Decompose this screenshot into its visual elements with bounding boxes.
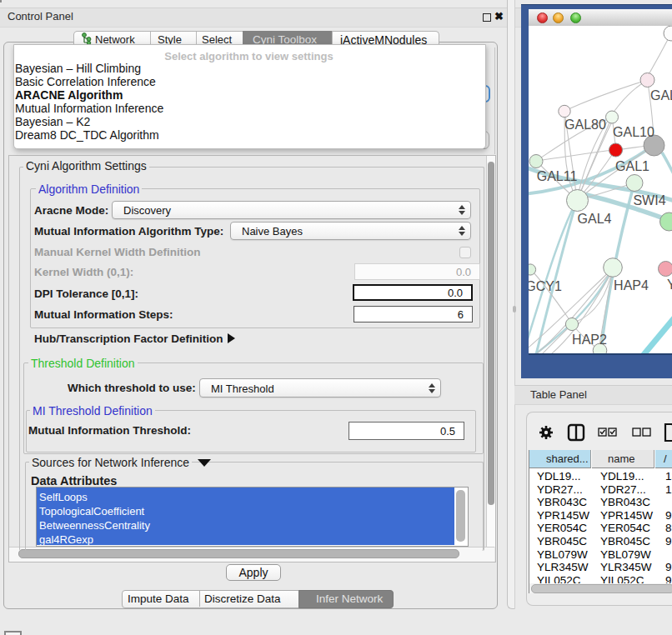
svg-text:GAL1: GAL1 — [615, 159, 649, 173]
svg-text:GAL10: GAL10 — [613, 125, 654, 139]
svg-text:YM: YM — [667, 278, 672, 292]
svg-text:GAL80: GAL80 — [564, 118, 606, 132]
svg-text:GAL7: GAL7 — [650, 88, 672, 102]
svg-text:HAP4: HAP4 — [614, 278, 649, 292]
svg-text:SWI4: SWI4 — [633, 193, 665, 208]
svg-text:GAL11: GAL11 — [537, 169, 578, 183]
svg-text:GAL4: GAL4 — [578, 212, 612, 226]
svg-text:GCY1: GCY1 — [529, 279, 562, 293]
svg-text:HAP2: HAP2 — [572, 332, 607, 347]
